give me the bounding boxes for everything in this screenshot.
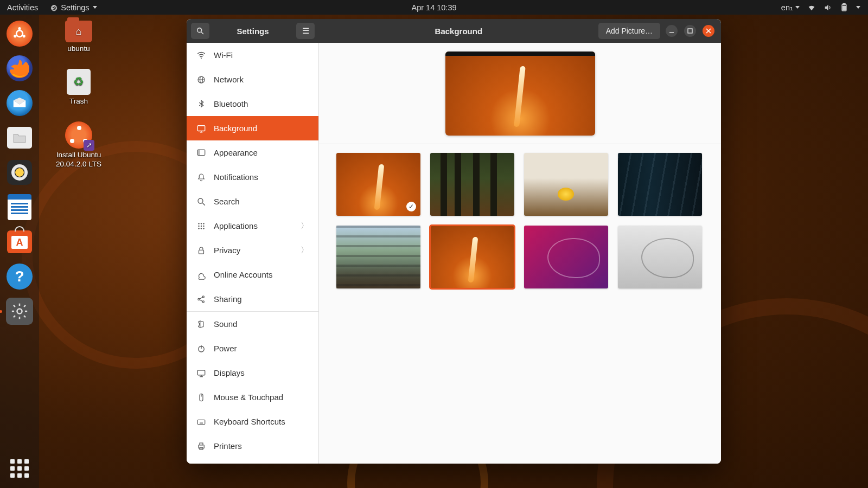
dock-item-ubuntu-software[interactable]: A xyxy=(5,227,34,256)
desktop-icon-label: Trash xyxy=(69,97,88,106)
add-picture-button[interactable]: Add Picture… xyxy=(598,23,660,39)
dock-item-files[interactable] xyxy=(5,123,34,152)
keyboard-icon xyxy=(196,417,206,427)
dock-item-firefox[interactable] xyxy=(5,54,34,83)
svg-point-24 xyxy=(198,223,199,224)
privacy-icon xyxy=(196,246,206,255)
wallpaper-thumb-3[interactable] xyxy=(618,153,702,216)
svg-point-36 xyxy=(202,300,204,302)
wallpaper-thumb-5[interactable] xyxy=(430,226,514,288)
wallpaper-thumb-7[interactable] xyxy=(618,226,702,288)
sidebar-item-label: Printers xyxy=(214,441,242,451)
sidebar-item-network[interactable]: Network xyxy=(187,67,318,92)
maximize-icon xyxy=(687,28,693,34)
app-menu[interactable]: Settings xyxy=(49,3,97,12)
svg-line-10 xyxy=(201,32,203,34)
sidebar-item-applications[interactable]: Applications〉 xyxy=(187,214,318,238)
hamburger-menu-button[interactable]: ☰ xyxy=(296,23,315,39)
sidebar-item-bluetooth[interactable]: Bluetooth xyxy=(187,92,318,116)
wallpaper-thumb-4[interactable] xyxy=(336,226,420,288)
current-wallpaper-preview[interactable] xyxy=(319,43,721,144)
sidebar-item-keyboard[interactable]: Keyboard Shortcuts xyxy=(187,409,318,434)
search-icon xyxy=(196,27,205,35)
svg-point-4 xyxy=(16,30,23,37)
battery-icon[interactable] xyxy=(840,3,848,12)
chevron-down-icon xyxy=(795,6,800,9)
desktop-icon-home[interactable]: ⌂ ubuntu xyxy=(49,21,108,54)
dock-item-rhythmbox[interactable] xyxy=(5,158,34,187)
sharing-icon xyxy=(196,294,206,304)
volume-icon[interactable] xyxy=(824,3,832,12)
sidebar-item-label: Network xyxy=(214,75,244,84)
sidebar-item-power[interactable]: Power xyxy=(187,336,318,361)
chevron-right-icon: 〉 xyxy=(301,221,309,231)
svg-point-22 xyxy=(198,198,203,203)
wallpaper-grid: ✓ xyxy=(319,144,721,297)
network-icon[interactable] xyxy=(807,3,816,12)
mouse-icon xyxy=(196,393,206,402)
minimize-button[interactable] xyxy=(666,25,678,37)
desktop-icon-install-ubuntu[interactable]: ➚ Install Ubuntu 20.04.2.0 LTS xyxy=(49,121,108,169)
svg-point-30 xyxy=(198,228,199,229)
wallpaper-thumb-6[interactable] xyxy=(524,226,608,288)
clock[interactable]: Apr 14 10:39 xyxy=(411,3,456,12)
sidebar-item-displays[interactable]: Displays xyxy=(187,361,318,385)
sidebar-item-wifi[interactable]: Wi-Fi xyxy=(187,43,318,67)
svg-rect-54 xyxy=(200,443,203,445)
content-title: Background xyxy=(319,27,598,36)
dock-item-show-applications-ubuntu[interactable] xyxy=(5,19,34,48)
sidebar-item-label: Applications xyxy=(214,221,258,230)
background-panel: ✓ xyxy=(319,43,721,464)
svg-point-15 xyxy=(201,57,202,59)
show-applications-button[interactable] xyxy=(8,457,31,480)
sidebar-item-online[interactable]: Online Accounts xyxy=(187,262,318,287)
wifi-icon xyxy=(196,50,206,60)
sidebar-item-mouse[interactable]: Mouse & Touchpad xyxy=(187,385,318,409)
input-source-indicator[interactable]: en₁ xyxy=(781,3,800,12)
trash-icon: ♻ xyxy=(67,69,91,95)
sidebar-item-label: Sound xyxy=(214,319,237,329)
sidebar-item-privacy[interactable]: Privacy〉 xyxy=(187,238,318,262)
sidebar-item-background[interactable]: Background xyxy=(187,116,318,140)
desktop-icon-trash[interactable]: ♻ Trash xyxy=(49,69,108,106)
svg-point-5 xyxy=(18,27,21,30)
firefox-icon xyxy=(7,55,33,81)
sidebar-item-label: Sharing xyxy=(214,294,242,304)
activities-button[interactable]: Activities xyxy=(7,3,38,12)
hamburger-icon: ☰ xyxy=(302,26,309,36)
notifications-icon xyxy=(196,172,206,182)
sidebar-item-label: Keyboard Shortcuts xyxy=(214,417,285,426)
dock-item-settings[interactable] xyxy=(5,297,34,326)
dock-item-help[interactable]: ? xyxy=(5,262,34,291)
sidebar-title: Settings xyxy=(209,27,296,36)
online-icon xyxy=(196,270,206,280)
wallpaper-thumb-0[interactable]: ✓ xyxy=(336,153,420,216)
sidebar-item-printers[interactable]: Printers xyxy=(187,434,318,458)
close-button[interactable] xyxy=(703,25,714,37)
ubuntu-installer-icon: ➚ xyxy=(65,121,92,149)
search-button[interactable] xyxy=(191,23,209,39)
sidebar-item-appearance[interactable]: Appearance xyxy=(187,140,318,165)
titlebar[interactable]: Settings ☰ Background Add Picture… xyxy=(187,19,721,43)
svg-line-37 xyxy=(200,297,202,299)
sidebar-item-sharing[interactable]: Sharing xyxy=(187,287,318,311)
maximize-button[interactable] xyxy=(684,25,696,37)
checkmark-icon: ✓ xyxy=(406,202,416,211)
wallpaper-thumb-1[interactable] xyxy=(430,153,514,216)
dock-item-libreoffice-writer[interactable] xyxy=(5,192,34,222)
top-bar: Activities Settings Apr 14 10:39 en₁ xyxy=(0,0,868,15)
background-icon xyxy=(196,124,206,133)
wallpaper-thumb-2[interactable] xyxy=(524,153,608,216)
gear-icon xyxy=(10,302,29,320)
dock-item-thunderbird[interactable] xyxy=(5,88,34,118)
svg-rect-19 xyxy=(197,125,205,131)
app-menu-label: Settings xyxy=(61,3,89,12)
sidebar-item-sound[interactable]: Sound xyxy=(187,312,318,336)
sidebar-item-search[interactable]: Search xyxy=(187,189,318,214)
svg-point-25 xyxy=(201,223,202,224)
svg-point-35 xyxy=(202,296,204,297)
speaker-icon xyxy=(11,164,28,181)
svg-line-38 xyxy=(200,299,202,301)
sidebar-item-notifications[interactable]: Notifications xyxy=(187,165,318,189)
system-menu-chevron-icon[interactable] xyxy=(856,6,860,9)
